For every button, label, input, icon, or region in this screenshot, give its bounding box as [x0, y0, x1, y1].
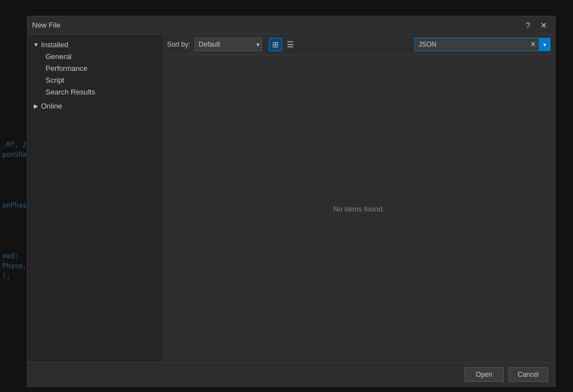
sidebar-item-search-results[interactable]: Search Results: [28, 86, 163, 98]
tree-item-installed[interactable]: Installed: [28, 39, 163, 51]
online-arrow: [32, 102, 40, 110]
close-button[interactable]: ✕: [537, 19, 551, 32]
search-input[interactable]: [415, 38, 527, 51]
sidebar-item-general[interactable]: General: [28, 51, 163, 62]
tree-item-online[interactable]: Online: [28, 100, 163, 112]
help-button[interactable]: ?: [521, 19, 535, 32]
right-panel: Sort by: Default Name Date ⊞ ☰: [163, 34, 555, 362]
installed-arrow: [32, 41, 40, 49]
installed-label: Installed: [41, 40, 68, 49]
search-box: ✕ ▾: [414, 38, 551, 51]
dropdown-icon: ▾: [543, 42, 546, 48]
search-clear-button[interactable]: ✕: [527, 38, 539, 51]
list-view-button[interactable]: ☰: [283, 38, 297, 51]
empty-message: No items found.: [333, 205, 384, 213]
script-label: Script: [46, 76, 64, 84]
search-results-label: Search Results: [46, 88, 95, 96]
sort-select-wrapper: Default Name Date: [195, 38, 262, 51]
content-area: No items found.: [163, 55, 555, 362]
sort-label: Sort by:: [167, 40, 190, 48]
performance-label: Performance: [46, 64, 87, 73]
sidebar-item-script[interactable]: Script: [28, 74, 163, 86]
dialog-title: New File: [32, 21, 61, 29]
list-icon: ☰: [287, 40, 294, 49]
cancel-button[interactable]: Cancel: [508, 367, 548, 382]
sort-select[interactable]: Default Name Date: [195, 38, 262, 51]
toolbar: Sort by: Default Name Date ⊞ ☰: [163, 34, 555, 55]
left-panel: Installed General Performance Script Sea…: [28, 34, 163, 362]
title-bar: New File ? ✕: [28, 16, 555, 34]
view-icons: ⊞ ☰: [269, 38, 297, 51]
online-label: Online: [41, 102, 62, 110]
clear-icon: ✕: [530, 40, 536, 48]
search-dropdown-button[interactable]: ▾: [539, 38, 550, 51]
grid-view-button[interactable]: ⊞: [269, 38, 282, 51]
open-button[interactable]: Open: [464, 367, 504, 382]
general-label: General: [46, 52, 71, 61]
grid-icon: ⊞: [272, 40, 279, 49]
new-file-dialog: New File ? ✕ Installed General Performan…: [27, 16, 556, 387]
sidebar-item-performance[interactable]: Performance: [28, 62, 163, 74]
dialog-body: Installed General Performance Script Sea…: [28, 34, 555, 362]
dialog-footer: Open Cancel: [28, 362, 555, 386]
title-bar-actions: ? ✕: [521, 19, 551, 32]
